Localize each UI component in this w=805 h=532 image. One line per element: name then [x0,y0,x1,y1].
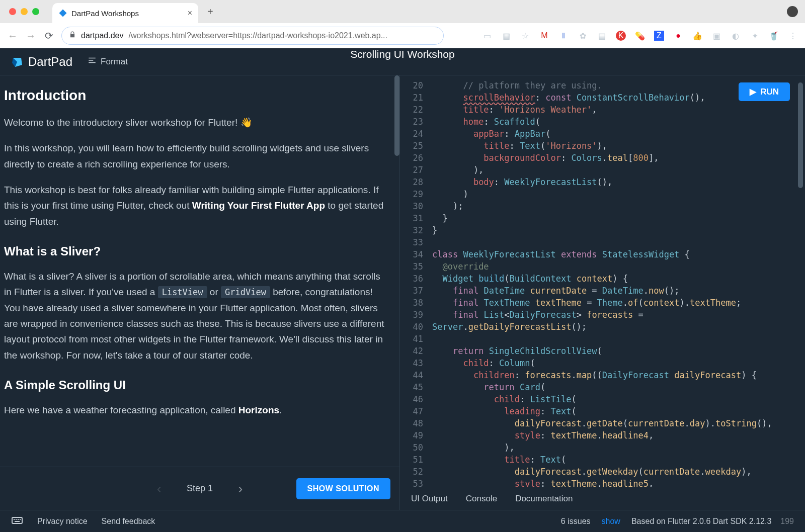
grid-icon[interactable]: ▦ [501,31,511,41]
svg-rect-4 [14,519,15,520]
sdk-tail: 199 [780,517,794,526]
pinterest-icon[interactable]: ● [673,31,683,41]
product-name: DartPad [28,55,72,69]
svg-rect-5 [16,519,17,520]
tab-favicon [58,9,67,18]
toolbar: ← → ⟳ dartpad.dev/workshops.html?webserv… [0,23,805,48]
link-text[interactable]: Writing Your First Flutter App [192,200,325,211]
svg-marker-0 [59,10,67,17]
menu-icon[interactable]: ⋮ [788,31,798,41]
main: Introduction Welcome to the introductory… [0,75,805,510]
new-tab-button[interactable]: + [207,6,213,18]
article-paragraph: In this workshop, you will learn how to … [4,140,385,172]
output-tabs: UI Output Console Documentation [400,487,805,510]
show-issues-link[interactable]: show [602,517,620,526]
sdk-version: Based on Flutter 2.0.6 Dart SDK 2.12.3 [631,517,771,526]
tab-ui-output[interactable]: UI Output [411,494,448,504]
logo[interactable]: DartPad [11,55,72,69]
thumb-icon[interactable]: 👍 [692,31,702,41]
scrollbar-thumb[interactable] [394,75,399,156]
ext-icon-1[interactable]: ⦀ [558,31,569,41]
tab-documentation[interactable]: Documentation [515,494,573,504]
article-paragraph: Here we have a weather forecasting appli… [4,402,385,418]
extensions: ▭ ▦ ☆ M ⦀ ✿ ▤ K 💊 Z ● 👍 ▣ ◐ ✦ 🥤 ⋮ [482,31,798,41]
format-icon [88,56,97,67]
app-header: DartPad Format Scrolling UI Workshop [0,48,805,75]
show-solution-button[interactable]: SHOW SOLUTION [296,478,390,499]
format-button[interactable]: Format [88,56,128,67]
dart-logo-icon [11,56,23,68]
step-label: Step 1 [187,483,213,494]
article-heading: Introduction [4,87,385,104]
step-navigation: ‹ Step 1 › SHOW SOLUTION [0,467,399,510]
instructions-panel: Introduction Welcome to the introductory… [0,75,400,510]
gmail-icon[interactable]: M [539,31,549,41]
feedback-link[interactable]: Send feedback [102,517,155,526]
tab-console[interactable]: Console [466,494,497,504]
article-paragraph: This workshop is best for folks already … [4,182,385,229]
back-icon[interactable]: ← [7,30,18,42]
maximize-window-icon[interactable] [32,8,39,15]
article-paragraph: What is a sliver? A sliver is a portion … [4,269,385,363]
format-label: Format [101,57,128,67]
privacy-link[interactable]: Privacy notice [37,517,88,526]
code-editor[interactable]: ▶ RUN 2021222324252627282930313233343536… [400,75,805,487]
minimize-window-icon[interactable] [21,8,28,15]
ext-icon-6[interactable]: ◐ [731,31,741,41]
star-icon[interactable]: ☆ [520,31,530,41]
issues-count[interactable]: 6 issues [561,517,591,526]
prev-step-icon[interactable]: ‹ [157,481,162,497]
close-window-icon[interactable] [9,8,16,15]
url-host: dartpad.dev [81,31,124,40]
cast-icon[interactable]: ▭ [482,31,492,41]
ext-icon-7[interactable]: 🥤 [769,31,779,41]
tab-close-icon[interactable]: × [188,9,192,18]
browser-chrome: DartPad Workshops × + ← → ⟳ dartpad.dev/… [0,0,805,48]
workshop-title: Scrolling UI Workshop [350,48,454,60]
inline-code: GridView [221,286,270,298]
browser-tab[interactable]: DartPad Workshops × [52,3,198,23]
ext-icon-2[interactable]: ✿ [578,31,588,41]
svg-rect-6 [18,519,19,520]
window-controls [9,8,39,15]
url-path: /workshops.html?webserver=https://dartpa… [129,31,387,40]
ext-icon-5[interactable]: ▣ [711,31,721,41]
article: Introduction Welcome to the introductory… [0,75,399,467]
extensions-icon[interactable]: ✦ [750,31,760,41]
reload-icon[interactable]: ⟳ [43,30,54,42]
article-paragraph: Welcome to the introductory sliver works… [4,115,385,130]
status-bar: Privacy notice Send feedback 6 issues sh… [0,510,805,532]
editor-panel: ▶ RUN 2021222324252627282930313233343536… [400,75,805,510]
tab-title: DartPad Workshops [71,9,139,18]
ext-icon-3[interactable]: ▤ [597,31,607,41]
ext-icon-4[interactable]: 💊 [635,31,645,41]
code-lines[interactable]: // platform they are using. scrollBehavi… [432,79,800,487]
svg-rect-8 [15,521,20,522]
lock-icon [69,31,76,40]
forward-icon[interactable]: → [25,30,36,42]
profile-badge[interactable] [787,6,798,17]
keyboard-icon[interactable] [11,514,23,528]
line-gutter: 2021222324252627282930313233343536373839… [400,79,428,487]
ext-icon-z[interactable]: Z [654,31,664,41]
section-heading: What is a Sliver? [4,244,385,258]
inline-code: ListView [158,286,207,298]
next-step-icon[interactable]: › [238,481,243,497]
ext-icon-k[interactable]: K [616,31,626,41]
svg-rect-3 [12,517,22,523]
tab-bar: DartPad Workshops × + [0,0,805,23]
svg-rect-7 [20,519,21,520]
address-bar[interactable]: dartpad.dev/workshops.html?webserver=htt… [61,27,444,45]
section-heading: A Simple Scrolling UI [4,378,385,392]
